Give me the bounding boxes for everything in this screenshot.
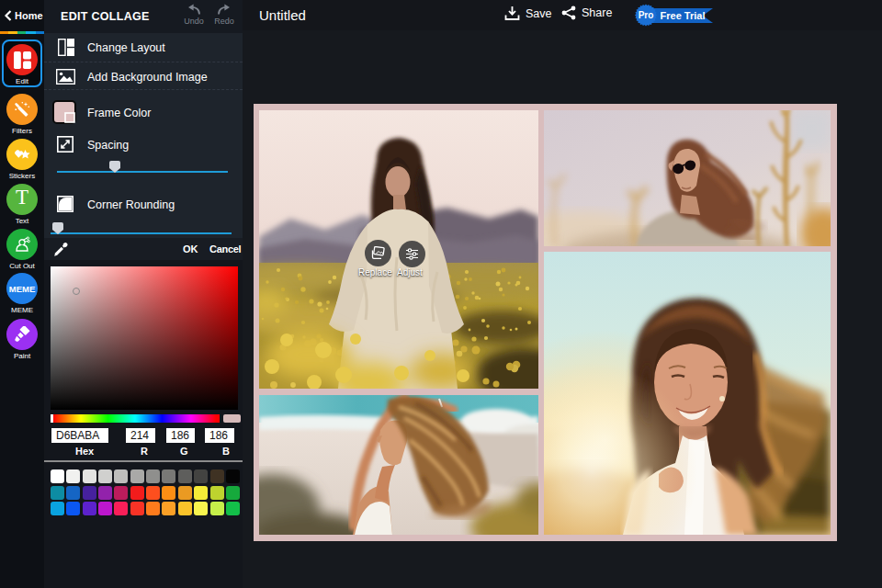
svg-text:Free Trial: Free Trial [661, 10, 706, 21]
svg-text:Pro: Pro [639, 10, 654, 20]
